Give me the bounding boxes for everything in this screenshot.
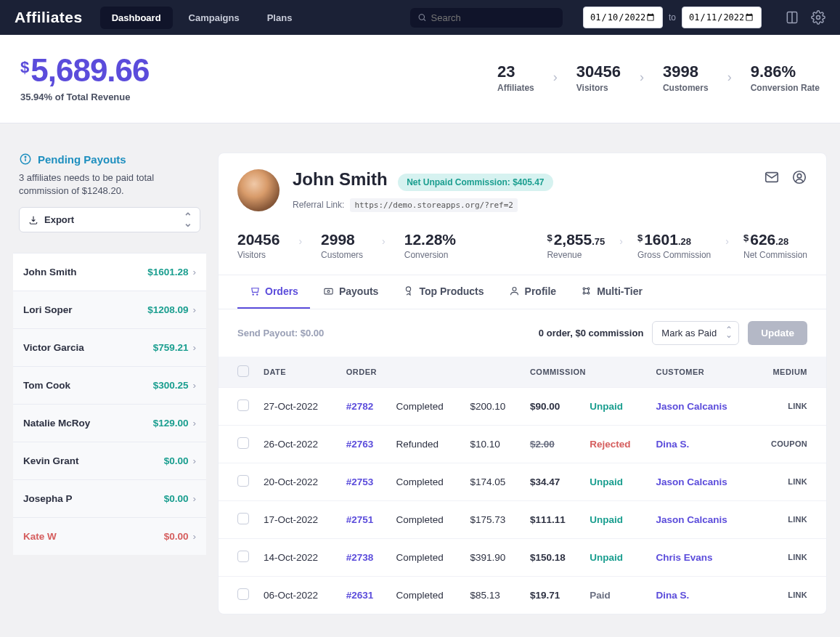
cell-order[interactable]: #2738: [339, 538, 389, 576]
svg-point-13: [327, 291, 330, 293]
affiliate-row[interactable]: Tom Cook$300.25 ›: [13, 366, 206, 404]
row-checkbox[interactable]: [237, 437, 249, 449]
table-row: 14-Oct-2022#2738Completed$391.90$150.18U…: [219, 538, 826, 576]
download-icon: [28, 215, 38, 225]
kpi-row: 23Affiliates›30456Visitors›3998Customers…: [497, 62, 820, 93]
select-all-checkbox[interactable]: [237, 365, 249, 377]
user-icon[interactable]: [791, 169, 807, 185]
svg-point-6: [25, 156, 26, 158]
referral-url[interactable]: https://demo.storeapps.org/?ref=2: [350, 198, 518, 212]
pending-title: Pending Payouts: [19, 153, 200, 166]
selection-info: 0 order, $0 commission: [539, 328, 644, 338]
stat-customers: 2998 Customers: [321, 231, 363, 260]
col-customer: CUSTOMER: [648, 357, 751, 388]
cell-customer[interactable]: Dina S.: [648, 425, 751, 463]
export-select[interactable]: Export ⌃⌄: [19, 207, 200, 232]
svg-point-0: [419, 15, 424, 20]
chevron-right-icon: ›: [298, 235, 302, 247]
table-row: 20-Oct-2022#2753Completed$174.05$34.47Un…: [219, 463, 826, 500]
mark-as-select[interactable]: Mark as Paid ⌃⌄: [652, 321, 739, 345]
affiliate-stats: 20456 Visitors › 2998 Customers › 12.28%…: [219, 224, 826, 275]
unpaid-commission-badge: Net Unpaid Commission: $405.47: [398, 174, 552, 191]
date-from-input[interactable]: [583, 7, 663, 28]
affiliate-row[interactable]: Natalie McRoy$129.00 ›: [13, 404, 206, 442]
stat-gross: $1601.28 Gross Commission: [637, 231, 711, 260]
row-checkbox[interactable]: [237, 588, 249, 600]
total-commission: $ 5,689.66: [20, 52, 150, 89]
update-button[interactable]: Update: [748, 321, 807, 345]
cell-status: Completed: [389, 463, 463, 500]
affiliate-row[interactable]: Kate W$0.00 ›: [13, 517, 206, 555]
affiliate-row[interactable]: Victor Garcia$759.21 ›: [13, 328, 206, 366]
cell-paystatus: Unpaid: [582, 387, 648, 425]
cell-total: $200.10: [463, 387, 523, 425]
row-checkbox[interactable]: [237, 513, 249, 524]
chevron-right-icon: ›: [640, 70, 644, 85]
row-checkbox[interactable]: [237, 475, 249, 487]
cell-date: 06-Oct-2022: [256, 576, 339, 614]
col-commission: COMMISSION: [523, 357, 649, 388]
cell-date: 14-Oct-2022: [256, 538, 339, 576]
cell-order[interactable]: #2782: [339, 387, 389, 425]
table-row: 27-Oct-2022#2782Completed$200.10$90.00Un…: [219, 387, 826, 425]
gear-icon[interactable]: [811, 10, 825, 25]
orders-actions: Send Payout: $0.00 0 order, $0 commissio…: [219, 309, 826, 357]
col-medium: MEDIUM: [751, 357, 826, 388]
tab-top-products[interactable]: Top Products: [391, 275, 495, 309]
svg-point-16: [583, 288, 585, 290]
tab-orders[interactable]: Orders: [237, 275, 310, 309]
top-actions: [785, 10, 825, 25]
nav-dashboard[interactable]: Dashboard: [100, 7, 173, 29]
stat-revenue: $2,855.75 Revenue: [547, 231, 605, 260]
affiliate-row[interactable]: Lori Soper$1208.09 ›: [13, 291, 206, 328]
row-checkbox[interactable]: [237, 399, 249, 411]
stat-net: $626.28 Net Commission: [743, 231, 807, 260]
cell-status: Completed: [389, 387, 463, 425]
cell-customer[interactable]: Jason Calcanis: [648, 463, 751, 500]
cell-paystatus: Unpaid: [582, 500, 648, 538]
mail-icon[interactable]: [764, 169, 780, 185]
cell-total: $85.13: [463, 576, 523, 614]
tab-payouts[interactable]: Payouts: [311, 275, 390, 309]
affiliate-row[interactable]: John Smith$1601.28 ›: [13, 253, 206, 291]
cell-paystatus: Paid: [582, 576, 648, 614]
search-icon: [417, 12, 427, 23]
cell-order[interactable]: #2631: [339, 576, 389, 614]
nav-campaigns[interactable]: Campaigns: [177, 7, 251, 29]
affiliate-row[interactable]: Kevin Grant$0.00 ›: [13, 442, 206, 479]
cell-paystatus: Rejected: [582, 425, 648, 463]
chevron-updown-icon: ⌃⌄: [184, 214, 192, 226]
cell-order[interactable]: #2751: [339, 500, 389, 538]
svg-point-17: [588, 288, 590, 290]
avatar: [237, 169, 280, 211]
chevron-right-icon: ›: [727, 70, 732, 85]
pending-payouts-panel: Pending Payouts 3 affiliates needs to be…: [13, 153, 206, 243]
kpi-conversion-rate: 9.86%Conversion Rate: [751, 62, 820, 93]
send-payout-label: Send Payout: $0.00: [237, 328, 324, 338]
orders-table: DATE ORDER COMMISSION CUSTOMER MEDIUM 27…: [219, 357, 826, 614]
chevron-right-icon: ›: [725, 235, 729, 247]
book-icon[interactable]: [785, 10, 799, 25]
cell-customer[interactable]: Chris Evans: [648, 538, 751, 576]
affiliate-row[interactable]: Josepha P$0.00 ›: [13, 479, 206, 517]
cell-commission: $90.00: [523, 387, 582, 425]
tab-profile[interactable]: Profile: [497, 275, 568, 309]
cell-order[interactable]: #2763: [339, 425, 389, 463]
cell-customer[interactable]: Jason Calcanis: [648, 500, 751, 538]
search-input[interactable]: [431, 12, 555, 23]
col-date: DATE: [256, 357, 339, 388]
cell-date: 27-Oct-2022: [256, 387, 339, 425]
search-box[interactable]: [410, 8, 563, 28]
table-row: 26-Oct-2022#2763Refunded$10.10$2.00Rejec…: [219, 425, 826, 463]
svg-rect-12: [325, 289, 333, 295]
cell-order[interactable]: #2753: [339, 463, 389, 500]
row-checkbox[interactable]: [237, 551, 249, 562]
cell-commission: $111.11: [523, 500, 582, 538]
cell-customer[interactable]: Jason Calcanis: [648, 387, 751, 425]
cell-status: Completed: [389, 500, 463, 538]
date-to-input[interactable]: [682, 7, 762, 28]
affiliate-name: John Smith: [293, 169, 388, 190]
cell-customer[interactable]: Dina S.: [648, 576, 751, 614]
nav-plans[interactable]: Plans: [256, 7, 304, 29]
tab-multi-tier[interactable]: Multi-Tier: [569, 275, 654, 309]
